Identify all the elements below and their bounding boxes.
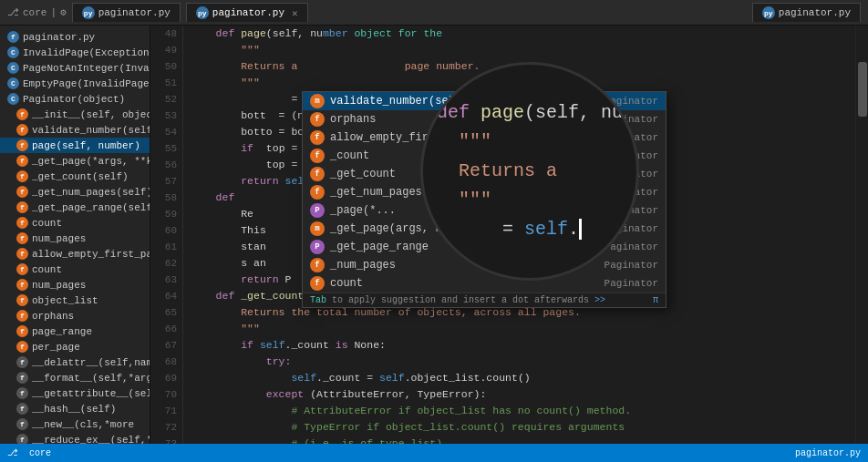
fn-icon: f xyxy=(16,372,28,384)
fn-icon: f xyxy=(16,108,28,120)
cls-icon: C xyxy=(7,93,19,105)
branch-name: core xyxy=(23,7,46,18)
sidebar-item-getpagerange[interactable]: f _get_page_range(self) xyxy=(0,200,150,215)
line-numbers: 48 49 50 51 52 53 54 55 56 57 58 59 60 6… xyxy=(150,26,183,444)
magnifier-overlay: def page(self, nu """ Returns a """ = se… xyxy=(420,62,639,281)
fn-icon: f xyxy=(16,434,28,444)
sidebar-label: __format__(self,*args,* xyxy=(32,373,150,384)
line-num: 61 xyxy=(156,239,177,255)
sidebar-item-page[interactable]: f page(self, number) xyxy=(0,138,150,153)
tab-paginator-active[interactable]: py paginator.py ✕ xyxy=(186,3,308,22)
close-icon[interactable]: ✕ xyxy=(292,7,298,19)
sidebar-item-paginator[interactable]: C Paginator(object) xyxy=(0,91,150,107)
sidebar-item-orphans[interactable]: f orphans xyxy=(0,308,150,323)
sidebar-item-file[interactable]: f paginator.py xyxy=(0,29,150,45)
separator: | xyxy=(50,7,57,18)
prop-icon: f xyxy=(16,310,28,322)
sidebar-item-validate[interactable]: f validate_number(self, nu xyxy=(0,122,150,138)
code-line: try: xyxy=(191,354,848,370)
sidebar-item-perpage[interactable]: f per_page xyxy=(0,339,150,354)
magnifier-content: def page(self, nu """ Returns a """ = se… xyxy=(420,62,639,281)
ac-icon: m xyxy=(310,94,325,108)
scrollbar-gutter[interactable] xyxy=(855,26,868,444)
tab-paginator-right[interactable]: py paginator.py xyxy=(752,3,861,22)
fn-icon: f xyxy=(16,170,28,182)
toolbar-icon[interactable]: ⚙ xyxy=(60,6,67,18)
ac-arrow: >> xyxy=(594,295,605,305)
ac-icon: P xyxy=(310,203,325,218)
line-num: 62 xyxy=(156,255,177,272)
line-num: 57 xyxy=(156,173,177,190)
tab-label-right: paginator.py xyxy=(779,7,851,18)
ac-icon: f xyxy=(310,276,325,291)
line-num: 53 xyxy=(156,108,177,124)
ac-icon: f xyxy=(310,130,325,145)
line-num: 63 xyxy=(156,272,177,288)
sidebar-label: per_page xyxy=(32,342,80,353)
sidebar-item-allowempty[interactable]: f allow_empty_first_page xyxy=(0,246,150,262)
line-num: 54 xyxy=(156,124,177,140)
sidebar-item-numpages[interactable]: f num_pages xyxy=(0,231,150,246)
file-icon: f xyxy=(7,31,19,43)
breadcrumb: ⎇ core | ⚙ xyxy=(7,6,67,18)
cls-icon: C xyxy=(7,62,19,74)
ac-icon: f xyxy=(310,185,325,200)
sidebar-item-getattr[interactable]: f __getattribute__(self,na xyxy=(0,385,150,401)
prop-icon: f xyxy=(16,294,28,306)
fn-icon: f xyxy=(16,139,28,151)
sidebar-item-emptypage[interactable]: C EmptyPage(InvalidPage) xyxy=(0,76,150,91)
sidebar-item-pagerange[interactable]: f page_range xyxy=(0,323,150,339)
sidebar-item-pagenotaninteger[interactable]: C PageNotAnInteger(InvalidPa xyxy=(0,60,150,76)
ac-item-count[interactable]: f count Paginator xyxy=(303,274,666,293)
tab-paginator-inactive[interactable]: py paginator.py xyxy=(72,3,181,22)
sidebar-item-init[interactable]: f __init__(self, object_list, xyxy=(0,107,150,122)
sidebar-item-hash[interactable]: f __hash__(self) xyxy=(0,401,150,416)
sidebar-item-objectlist[interactable]: f object_list xyxy=(0,293,150,308)
ac-hint-text: to apply suggestion and insert a dot aft… xyxy=(332,295,594,305)
line-num: 68 xyxy=(156,354,177,370)
fn-icon: f xyxy=(16,387,28,399)
line-num: 73 xyxy=(156,436,177,444)
line-num: 49 xyxy=(156,42,177,58)
sidebar-item-numpages2[interactable]: f num_pages xyxy=(0,277,150,293)
top-right-tab: py paginator.py xyxy=(752,3,861,22)
cls-icon: C xyxy=(7,46,19,58)
sidebar-item-count2[interactable]: f count xyxy=(0,262,150,277)
prop-icon: f xyxy=(16,263,28,275)
sidebar-label: _get_count(self) xyxy=(32,171,129,182)
line-num: 64 xyxy=(156,288,177,304)
sidebar-item-reduceex[interactable]: f __reduce_ex__(self,*ar xyxy=(0,432,150,444)
sidebar-label: count xyxy=(32,264,62,275)
scrollbar-thumb[interactable] xyxy=(858,62,867,117)
sidebar-item-format[interactable]: f __format__(self,*args,* xyxy=(0,370,150,385)
sidebar-item-getpage[interactable]: f _get_page(*args, **kwa xyxy=(0,153,150,169)
sidebar-item-count1[interactable]: f count xyxy=(0,215,150,231)
prop-icon: f xyxy=(16,341,28,353)
status-bar: ⎇ core paginator.py xyxy=(0,444,868,462)
sidebar-label: __getattribute__(self,na xyxy=(32,388,150,399)
sidebar-label: count xyxy=(32,218,62,229)
cls-icon: C xyxy=(7,77,19,89)
sidebar-label: orphans xyxy=(32,311,74,322)
line-num: 71 xyxy=(156,403,177,419)
py-icon: py xyxy=(196,6,209,19)
sidebar-item-getcount[interactable]: f _get_count(self) xyxy=(0,169,150,184)
ac-icon: f xyxy=(310,112,325,127)
fn-icon: f xyxy=(16,418,28,430)
sidebar-item-new[interactable]: f __new__(cls,*more xyxy=(0,416,150,432)
sidebar-label: PageNotAnInteger(InvalidPa xyxy=(23,63,150,74)
sidebar-item-delattr[interactable]: f __delattr__(self,name) xyxy=(0,354,150,370)
code-area[interactable]: def page(self, number object for the """… xyxy=(183,26,855,444)
main-layout: f paginator.py C InvalidPage(Exception) … xyxy=(0,26,868,444)
sidebar-item-invalidpage[interactable]: C InvalidPage(Exception) xyxy=(0,45,150,60)
ac-label: orphans xyxy=(330,113,376,126)
status-right: paginator.py xyxy=(795,448,861,458)
editor[interactable]: 48 49 50 51 52 53 54 55 56 57 58 59 60 6… xyxy=(150,26,868,444)
prop-icon: f xyxy=(16,232,28,244)
code-line: except (AttributeError, TypeError): xyxy=(191,386,848,403)
sidebar-item-getnumpages[interactable]: f _get_num_pages(self) xyxy=(0,184,150,200)
fn-icon: f xyxy=(16,403,28,415)
code-line: """ xyxy=(191,42,848,58)
sidebar-label: validate_number(self, nu xyxy=(32,125,150,136)
sidebar-label: _get_page_range(self) xyxy=(32,202,150,213)
